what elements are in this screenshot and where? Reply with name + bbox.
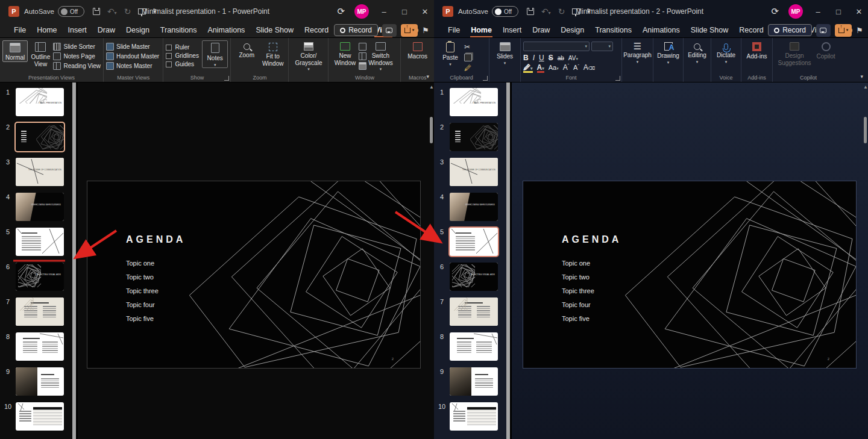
tab-draw[interactable]: Draw (92, 23, 121, 37)
scrollbar-thumb[interactable] (864, 117, 867, 143)
slide-topic[interactable]: Topic four (126, 301, 155, 308)
maximize-button[interactable]: □ (399, 7, 410, 16)
highlight-color-button[interactable]: 🖉▾ (523, 63, 533, 72)
save-icon[interactable] (527, 8, 534, 15)
slide-thumbnail-1[interactable]: BASIC PRESENTATION (16, 88, 64, 116)
clear-formatting-button[interactable]: A⌫ (583, 63, 595, 72)
italic-button[interactable]: I (533, 54, 535, 62)
copresent-icon[interactable]: ⚑ (856, 26, 863, 35)
save-icon[interactable] (93, 8, 100, 15)
slide-editor[interactable]: AGENDA Topic one Topic two Topic three T… (87, 181, 421, 369)
scrollbar-thumb[interactable] (430, 117, 433, 143)
reading-view-button[interactable]: Reading View (53, 62, 101, 70)
format-painter-icon[interactable]: 🖉 (464, 64, 472, 72)
macros-button[interactable]: Macros (404, 40, 432, 60)
notes-master-button[interactable]: Notes Master (106, 62, 159, 70)
slide-thumbnail-5[interactable] (450, 228, 498, 256)
powerpoint-app-icon[interactable]: P (8, 6, 19, 17)
slide-thumbnail-4[interactable]: OVERCOMING NERVOUSNESS (16, 193, 64, 221)
slide-thumbnail-8[interactable] (450, 332, 498, 361)
avatar[interactable]: MP (354, 4, 369, 19)
comments-button[interactable] (382, 24, 397, 37)
move-split-icon[interactable] (359, 62, 366, 70)
slide-thumbnail-7[interactable] (16, 297, 64, 326)
change-case-button[interactable]: Aa▾ (549, 64, 559, 71)
tab-slideshow[interactable]: Slide Show (685, 23, 734, 37)
tab-record[interactable]: Record (299, 23, 334, 37)
slide-topic[interactable]: Topic two (562, 273, 590, 281)
minimize-button[interactable]: – (379, 7, 389, 16)
comments-button[interactable] (816, 24, 831, 37)
canvas-scrollbar[interactable]: ▲ (863, 83, 868, 439)
copy-icon[interactable] (464, 54, 472, 61)
slides-button[interactable]: Slides▾ (492, 40, 518, 66)
tab-draw[interactable]: Draw (527, 23, 555, 37)
gridlines-checkbox[interactable]: Gridlines (166, 52, 198, 59)
avatar[interactable]: MP (788, 4, 803, 19)
scroll-up-icon[interactable]: ▲ (429, 84, 434, 90)
refresh-sparkle-icon[interactable]: ⟳ (771, 6, 779, 17)
slide-thumbnail-2[interactable] (16, 123, 64, 151)
underline-button[interactable]: U (539, 54, 544, 62)
bold-button[interactable]: B (523, 54, 529, 62)
refresh-sparkle-icon[interactable]: ⟳ (337, 6, 345, 17)
zoom-button[interactable]: Zoom (233, 40, 260, 59)
scroll-up-icon[interactable]: ▲ (863, 84, 868, 90)
switch-windows-button[interactable]: Switch Windows▾ (366, 40, 394, 72)
paste-button[interactable]: Paste▾ (436, 40, 464, 67)
autosave-toggle[interactable]: Off (58, 6, 84, 17)
handout-master-button[interactable]: Handout Master (106, 52, 159, 60)
tab-insert[interactable]: Insert (63, 23, 92, 37)
dictate-button[interactable]: Dictate▾ (714, 40, 738, 64)
slide-topic[interactable]: Topic one (562, 260, 590, 267)
slide-thumbnail-4[interactable]: OVERCOMING NERVOUSNESS (450, 193, 498, 221)
copresent-icon[interactable]: ⚑ (422, 26, 429, 35)
powerpoint-app-icon[interactable]: P (442, 6, 453, 17)
slide-thumbnail-3[interactable]: THE POWER OF COMMUNICATION (450, 158, 498, 186)
addins-button[interactable]: Add-ins (744, 40, 770, 60)
tab-home[interactable]: Home (465, 23, 497, 37)
tab-design[interactable]: Design (555, 23, 590, 37)
outline-view-button[interactable]: Outline View (28, 40, 53, 67)
redo-icon[interactable]: ↻ (124, 7, 131, 16)
tab-design[interactable]: Design (121, 23, 155, 37)
close-button[interactable]: ✕ (420, 7, 430, 16)
tab-home[interactable]: Home (31, 23, 62, 37)
tab-file[interactable]: File (442, 23, 465, 37)
tab-file[interactable]: File (8, 23, 31, 37)
share-button[interactable]: ▾ (835, 24, 852, 37)
slide-thumbnail-3[interactable]: THE POWER OF COMMUNICATION (16, 158, 64, 186)
thumbnail-scrollbar[interactable] (506, 83, 510, 439)
font-size-combobox[interactable]: ▾ (591, 42, 613, 51)
cascade-windows-icon[interactable] (359, 52, 366, 60)
slide-editor[interactable]: AGENDA Topic one Topic two Topic three T… (523, 181, 857, 369)
slide-master-button[interactable]: Slide Master (106, 43, 159, 51)
slide-topic[interactable]: Topic three (562, 287, 594, 294)
new-window-button[interactable]: New Window (331, 40, 359, 66)
record-button[interactable]: Record (334, 24, 378, 36)
slide-thumbnail-1[interactable]: BASIC PRESENTATION (450, 88, 498, 116)
slide-thumbnail-9[interactable] (16, 367, 64, 396)
drawing-button[interactable]: Drawing▾ (656, 40, 681, 65)
tab-transitions[interactable]: Transitions (155, 23, 203, 37)
tab-animations[interactable]: Animations (637, 23, 685, 37)
strikethrough-button[interactable]: S (549, 54, 553, 62)
collapse-ribbon-icon[interactable]: ▾ (426, 73, 429, 79)
slide-topic[interactable]: Topic two (126, 273, 154, 281)
thumbnail-scrollbar[interactable] (72, 83, 76, 439)
minimize-button[interactable]: – (813, 7, 823, 16)
tab-animations[interactable]: Animations (203, 23, 251, 37)
undo-icon[interactable]: ↶▾ (107, 7, 117, 16)
slide-thumbnail-2[interactable] (450, 123, 498, 151)
guides-checkbox[interactable]: Guides (166, 61, 198, 67)
editing-button[interactable]: Editing▾ (686, 40, 708, 64)
slide-thumbnail-9[interactable] (450, 367, 498, 396)
character-spacing-button[interactable]: AV▾ (568, 55, 578, 61)
paragraph-button[interactable]: ☰ Paragraph▾ (624, 40, 652, 64)
text-shadow-button[interactable]: ab (558, 55, 564, 61)
notes-page-button[interactable]: Notes Page (53, 52, 101, 60)
font-color-button[interactable]: A▾ (537, 63, 544, 72)
collapse-ribbon-icon[interactable]: ▾ (860, 73, 863, 79)
share-button[interactable]: ▾ (401, 24, 418, 37)
slide-thumbnail-6[interactable]: SELECTING VISUAL AIDS (16, 263, 64, 291)
